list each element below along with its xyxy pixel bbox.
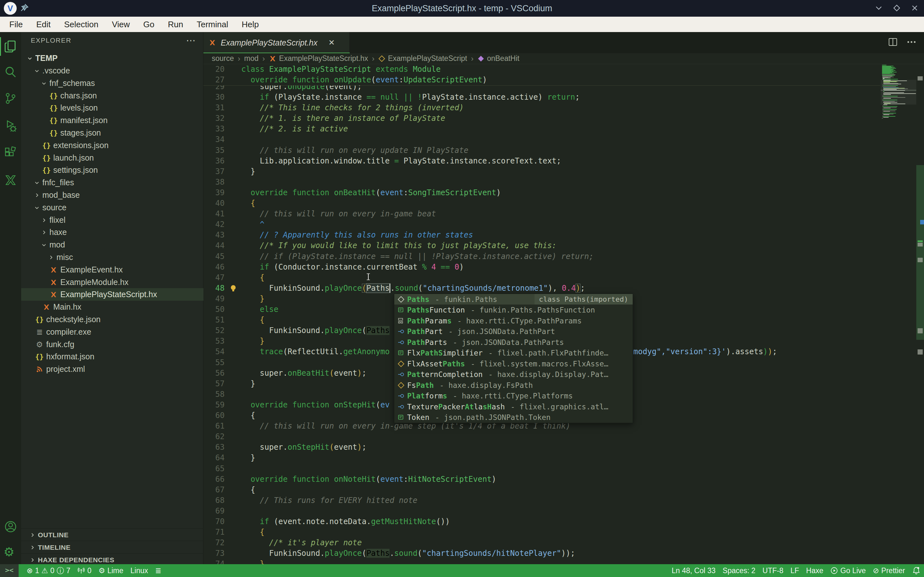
suggest-item-pathparts[interactable]: PathParts - json.JSONData.PathParts [394, 337, 633, 348]
suggest-item-texturepackeratlashash[interactable]: TexturePackerAtlasHash - flixel.graphics… [394, 401, 633, 412]
code-line-37[interactable]: } [241, 166, 255, 177]
tree-item-manifest-json[interactable]: {}manifest.json [21, 114, 204, 127]
code-line-63[interactable]: super.onStepHit(event); [241, 442, 367, 453]
tree-item-exampleevent-hx[interactable]: ExampleEvent.hx [21, 263, 204, 276]
tree-root-temp[interactable]: TEMP [21, 52, 204, 64]
code-line-68[interactable]: // This runs for EVERY hitted note [241, 495, 417, 506]
status-cursor-position[interactable]: Ln 48, Col 33 [668, 564, 719, 577]
menu-edit[interactable]: Edit [29, 17, 57, 32]
suggest-item-pathsfunction[interactable]: PathsFunction - funkin.Paths.PathsFuncti… [394, 305, 633, 316]
sticky-line-20[interactable]: class ExamplePlayStateScript extends Mod… [241, 64, 441, 75]
editor-scrollbar[interactable] [916, 64, 924, 564]
suggest-item-paths[interactable]: Paths - funkin.Pathsclass Paths(imported… [394, 294, 633, 305]
breadcrumb-source[interactable]: source [212, 54, 234, 63]
code-line-52[interactable]: FunkinSound.playOnce(Paths [241, 326, 389, 336]
status-notifications[interactable] [909, 564, 924, 577]
status-eol[interactable]: LF [787, 564, 803, 577]
code-line-44[interactable]: //* If you would like to limit this to j… [241, 240, 557, 251]
tree-item-fnfc-files[interactable]: fnfc_files [21, 176, 204, 189]
activity-source-control[interactable] [3, 91, 18, 105]
tree-item-chars-json[interactable]: {}chars.json [21, 89, 204, 102]
code-line-57[interactable]: } [241, 379, 255, 389]
status-tasks[interactable]: ≣ [152, 564, 165, 577]
code-line-74[interactable]: } [241, 559, 264, 564]
tree-item-examplemodule-hx[interactable]: ExampleModule.hx [21, 276, 204, 288]
status-encoding[interactable]: UTF-8 [759, 564, 787, 577]
activity-explorer[interactable] [3, 39, 18, 53]
status-problems[interactable]: ⊗1⚠0ⓘ7 [23, 564, 74, 577]
status-indentation[interactable]: Spaces: 2 [719, 564, 759, 577]
tree-item--vscode[interactable]: .vscode [21, 64, 204, 77]
tree-item-main-hx[interactable]: Main.hx [21, 301, 204, 313]
code-line-43[interactable]: // ? Apparently this also runs in other … [241, 230, 473, 240]
code-line-48[interactable]: FunkinSound.playOnce(Paths.sound("charti… [241, 283, 585, 293]
code-line-35[interactable]: // this will run on every update IN Play… [241, 145, 468, 156]
status-language-mode[interactable]: Haxe [803, 564, 827, 577]
tab-close-icon[interactable]: ✕ [328, 38, 335, 47]
tree-item-hxformat-json[interactable]: {}hxformat.json [21, 350, 204, 363]
tree-item-misc[interactable]: misc [21, 251, 204, 263]
suggest-item-flxassetpaths[interactable]: FlxAssetPaths - flixel.system.macros.Flx… [394, 358, 633, 369]
minimap-viewport[interactable] [881, 80, 916, 105]
code-line-40[interactable]: { [241, 198, 255, 209]
code-line-46[interactable]: if (Conductor.instance.currentBeat % 4 =… [241, 262, 464, 272]
code-line-59[interactable]: override function onStepHit(ev [241, 400, 389, 410]
code-line-33[interactable]: //* 2. is it active [241, 124, 348, 134]
code-line-36[interactable]: Lib.application.window.title = PlayState… [241, 156, 561, 166]
code-line-54[interactable]: trace(ReflectUtil.getAnonymo [241, 347, 389, 357]
scrollbar-slider[interactable] [916, 165, 924, 340]
activity-accounts[interactable] [3, 520, 18, 534]
suggest-item-pathparams[interactable]: PathParams - haxe.rtti.CType.PathParams [394, 316, 633, 326]
tree-item-launch-json[interactable]: {}launch.json [21, 152, 204, 164]
tab-exampleplaystatescript[interactable]: ExamplePlayStateScript.hx ✕ [204, 32, 350, 53]
status-prettier[interactable]: ⊘Prettier [869, 564, 909, 577]
status-lime-target[interactable]: ⚙Lime [95, 564, 127, 577]
tree-item-levels-json[interactable]: {}levels.json [21, 102, 204, 114]
code-line-73[interactable]: FunkinSound.playOnce(Paths.sound("charti… [241, 548, 575, 559]
breadcrumb-onbeathit[interactable]: onBeatHit [477, 54, 519, 63]
code-line-42[interactable]: ^ [241, 219, 264, 230]
code-line-64[interactable]: } [241, 453, 255, 463]
tree-item-funk-cfg[interactable]: ⚙funk.cfg [21, 338, 204, 351]
tree-item-mod[interactable]: mod [21, 239, 204, 251]
remote-indicator[interactable]: >< [0, 564, 19, 577]
code-line-60[interactable]: { [241, 410, 255, 421]
activity-extensions[interactable] [3, 146, 18, 160]
tree-item-project-xml[interactable]: project.xml [21, 363, 204, 376]
section-outline[interactable]: OUTLINE [21, 528, 204, 541]
suggest-item-token[interactable]: Token - json.path.JSONPath.Token [394, 412, 633, 423]
section-timeline[interactable]: TIMELINE [21, 541, 204, 554]
menu-selection[interactable]: Selection [57, 17, 105, 32]
close-button[interactable] [911, 4, 919, 12]
tree-item-mod-base[interactable]: mod_base [21, 189, 204, 201]
breadcrumb-mod[interactable]: mod [244, 54, 258, 63]
tree-item-fnf-schemas[interactable]: fnf_schemas [21, 77, 204, 89]
code-editor[interactable]: 29 super.onUpdate(event);30 if (PlayStat… [204, 64, 924, 564]
code-line-32[interactable]: //* 1. is there an instance of PlayState [241, 113, 445, 124]
tree-item-haxe[interactable]: haxe [21, 226, 204, 239]
menu-view[interactable]: View [105, 17, 137, 32]
menu-run[interactable]: Run [161, 17, 190, 32]
tree-item-source[interactable]: source [21, 201, 204, 214]
menu-help[interactable]: Help [235, 17, 265, 32]
activity-settings[interactable]: ⚙ [3, 545, 18, 559]
maximize-button[interactable] [893, 4, 901, 12]
split-editor-icon[interactable] [888, 37, 898, 47]
sticky-scroll[interactable]: 20class ExamplePlayStateScript extends M… [204, 64, 880, 85]
status-go-live[interactable]: Go Live [827, 564, 869, 577]
tree-item-settings-json[interactable]: {}settings.json [21, 164, 204, 176]
suggest-widget[interactable]: Paths - funkin.Pathsclass Paths(imported… [394, 293, 633, 423]
minimize-button[interactable] [875, 4, 883, 12]
menu-terminal[interactable]: Terminal [190, 17, 235, 32]
tree-item-flixel[interactable]: flixel [21, 214, 204, 226]
breadcrumb-exampleplaystatescript-hx[interactable]: ExamplePlayStateScript.hx [269, 54, 368, 63]
tree-item-extensions-json[interactable]: {}extensions.json [21, 139, 204, 152]
code-line-41[interactable]: // this will run on every in-game beat [241, 209, 436, 219]
code-line-70[interactable]: if (event.note.noteData.getMustHitNote()… [241, 516, 450, 527]
status-ports[interactable]: 0 [74, 564, 95, 577]
breadcrumb-exampleplaystatescript[interactable]: ExamplePlayStateScript [378, 54, 467, 63]
tree-item-checkstyle-json[interactable]: {}checkstyle.json [21, 313, 204, 326]
activity-haxe-checkstyle[interactable] [3, 173, 18, 187]
code-line-56[interactable]: super.onBeatHit(event); [241, 368, 367, 379]
code-line-71[interactable]: { [241, 527, 264, 538]
